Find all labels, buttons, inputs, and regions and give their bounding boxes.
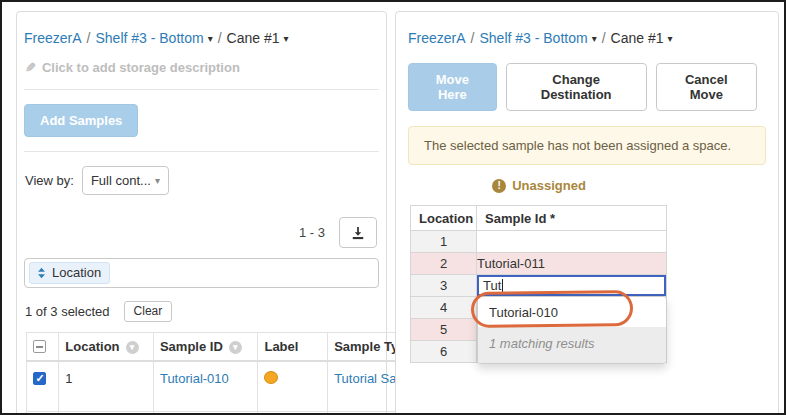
breadcrumb-separator: / xyxy=(602,30,606,46)
breadcrumb: FreezerA/Shelf #3 - Bottom▾/Cane #1▾ xyxy=(408,30,766,46)
breadcrumb-freezer-link[interactable]: FreezerA xyxy=(24,30,82,46)
exclamation-circle-icon: ! xyxy=(492,179,506,193)
grid-filter-input[interactable]: Location xyxy=(24,258,379,288)
warning-alert-text: The selected sample has not been assigne… xyxy=(424,138,731,153)
unassigned-label: Unassigned xyxy=(512,178,586,193)
export-button[interactable] xyxy=(339,217,377,248)
breadcrumb-separator: / xyxy=(218,30,222,46)
sort-chip-label: Location xyxy=(52,265,101,280)
clear-selection-button[interactable]: Clear xyxy=(124,301,173,322)
typeahead-results-count: 1 matching results xyxy=(478,327,666,363)
breadcrumb-shelf-link[interactable]: Shelf #3 - Bottom xyxy=(479,30,587,46)
cell-location: 1 xyxy=(411,231,477,253)
cancel-move-button[interactable]: Cancel Move xyxy=(656,63,757,111)
cell-sample-id[interactable] xyxy=(477,231,667,253)
divider xyxy=(24,151,379,152)
selection-status: 1 of 3 selected xyxy=(25,304,110,319)
chevron-down-icon[interactable]: ▾ xyxy=(284,33,289,44)
column-header-sample-id: Sample Id * xyxy=(477,206,667,231)
cell-sample-id[interactable]: Tutorial-011 xyxy=(477,253,667,275)
breadcrumb-separator: / xyxy=(471,30,475,46)
move-here-button[interactable]: Move Here xyxy=(408,63,497,111)
cell-location: 3 xyxy=(411,275,477,297)
sample-id-link[interactable]: Tutorial-010 xyxy=(160,371,229,386)
warning-alert: The selected sample has not been assigne… xyxy=(408,126,766,165)
storage-description-placeholder[interactable]: ✎Click to add storage description xyxy=(25,60,379,75)
cell-location: 5 xyxy=(411,319,477,341)
sample-id-input-value: Tut xyxy=(483,278,501,293)
view-by-label: View by: xyxy=(25,173,74,188)
add-samples-button[interactable]: Add Samples xyxy=(24,104,138,137)
chevron-down-icon[interactable]: ▾ xyxy=(592,33,597,44)
destination-grid-wrap: Location Sample Id * 1 2 Tutorial-011 3 xyxy=(410,205,766,363)
move-samples-panel: FreezerA/Shelf #3 - Bottom▾/Cane #1▾ Mov… xyxy=(395,11,779,415)
chevron-down-icon: ▾ xyxy=(155,175,160,186)
selection-status-row: 1 of 3 selected Clear xyxy=(25,301,379,322)
screenshot-frame: FreezerA/Shelf #3 - Bottom▾/Cane #1▾ ✎Cl… xyxy=(0,0,786,415)
destination-grid-header: Location Sample Id * xyxy=(411,206,667,231)
edit-pencil-icon: ✎ xyxy=(25,60,36,75)
breadcrumb-cane-current: Cane #1 xyxy=(611,30,664,46)
column-menu-icon[interactable]: ▾ xyxy=(126,341,139,354)
cell-sample-id-editing: Tut xyxy=(477,275,667,297)
divider xyxy=(24,89,379,90)
change-destination-button[interactable]: Change Destination xyxy=(506,63,647,111)
breadcrumb-cane-current: Cane #1 xyxy=(227,30,280,46)
breadcrumb-freezer-link[interactable]: FreezerA xyxy=(408,30,466,46)
table-row: 3 Tut xyxy=(411,275,667,297)
column-header-location[interactable]: Location xyxy=(65,339,119,354)
typeahead-dropdown: Tutorial-010 1 matching results xyxy=(477,296,667,364)
storage-detail-panel: FreezerA/Shelf #3 - Bottom▾/Cane #1▾ ✎Cl… xyxy=(16,11,387,415)
download-icon xyxy=(351,226,365,240)
view-by-value: Full cont... xyxy=(91,173,151,188)
chevron-down-icon[interactable]: ▾ xyxy=(668,33,673,44)
breadcrumb-shelf-link[interactable]: Shelf #3 - Bottom xyxy=(95,30,203,46)
cell-location: 4 xyxy=(411,297,477,319)
cell-location: 2 xyxy=(59,412,154,415)
select-all-checkbox[interactable] xyxy=(33,340,46,353)
column-header-location: Location xyxy=(411,206,477,231)
breadcrumb-separator: / xyxy=(87,30,91,46)
pagination-range: 1 - 3 xyxy=(299,225,325,240)
row-checkbox[interactable] xyxy=(33,372,46,385)
grid-toolbar: 1 - 3 xyxy=(24,217,377,248)
sort-icon xyxy=(36,267,47,279)
column-menu-icon[interactable]: ▾ xyxy=(229,341,242,354)
move-actions-row: Move Here Change Destination Cancel Move xyxy=(408,63,766,111)
sample-id-input[interactable]: Tut xyxy=(477,275,666,296)
storage-description-text: Click to add storage description xyxy=(42,60,240,75)
cell-location: 1 xyxy=(59,361,154,412)
table-row: 1 xyxy=(411,231,667,253)
sort-chip-location[interactable]: Location xyxy=(29,262,110,284)
cell-location: 6 xyxy=(411,341,477,363)
breadcrumb: FreezerA/Shelf #3 - Bottom▾/Cane #1▾ xyxy=(24,30,379,46)
view-by-row: View by: Full cont...▾ xyxy=(25,166,379,195)
typeahead-option[interactable]: Tutorial-010 xyxy=(478,297,666,327)
chevron-down-icon[interactable]: ▾ xyxy=(208,33,213,44)
view-by-select[interactable]: Full cont...▾ xyxy=(82,166,169,195)
unassigned-status: ! Unassigned xyxy=(410,178,668,193)
column-header-sample-id[interactable]: Sample ID xyxy=(160,339,223,354)
column-header-label[interactable]: Label xyxy=(264,339,298,354)
text-cursor xyxy=(502,279,503,293)
table-row: 2 Tutorial-011 xyxy=(411,253,667,275)
label-color-dot xyxy=(264,371,278,384)
cell-location: 2 xyxy=(411,253,477,275)
